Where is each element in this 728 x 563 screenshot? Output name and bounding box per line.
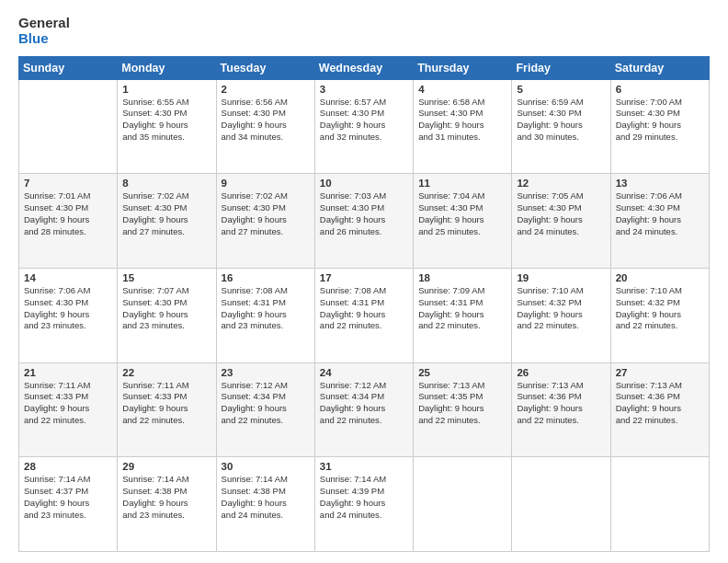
- day-number: 6: [616, 84, 704, 95]
- day-info: Sunrise: 6:55 AM Sunset: 4:30 PM Dayligh…: [122, 97, 210, 144]
- day-number: 18: [418, 272, 506, 283]
- day-info: Sunrise: 7:00 AM Sunset: 4:30 PM Dayligh…: [616, 97, 704, 144]
- calendar-cell: 28Sunrise: 7:14 AM Sunset: 4:37 PM Dayli…: [19, 457, 118, 552]
- calendar-cell: 16Sunrise: 7:08 AM Sunset: 4:31 PM Dayli…: [216, 268, 314, 362]
- page: General Blue SundayMondayTuesdayWednesda…: [0, 0, 728, 563]
- calendar-cell: 5Sunrise: 6:59 AM Sunset: 4:30 PM Daylig…: [512, 79, 610, 174]
- day-info: Sunrise: 6:56 AM Sunset: 4:30 PM Dayligh…: [222, 97, 310, 144]
- day-number: 4: [418, 84, 506, 95]
- day-info: Sunrise: 7:13 AM Sunset: 4:36 PM Dayligh…: [517, 380, 605, 427]
- day-number: 22: [122, 367, 210, 378]
- day-info: Sunrise: 7:14 AM Sunset: 4:38 PM Dayligh…: [222, 474, 310, 521]
- day-info: Sunrise: 7:10 AM Sunset: 4:32 PM Dayligh…: [616, 285, 704, 332]
- day-number: 11: [418, 178, 506, 189]
- calendar-cell: 19Sunrise: 7:10 AM Sunset: 4:32 PM Dayli…: [512, 268, 610, 362]
- weekday-header-saturday: Saturday: [610, 56, 709, 79]
- calendar-cell: 22Sunrise: 7:11 AM Sunset: 4:33 PM Dayli…: [118, 362, 216, 457]
- day-info: Sunrise: 7:06 AM Sunset: 4:30 PM Dayligh…: [24, 285, 112, 332]
- calendar-cell: 24Sunrise: 7:12 AM Sunset: 4:34 PM Dayli…: [314, 362, 413, 457]
- day-info: Sunrise: 7:14 AM Sunset: 4:39 PM Dayligh…: [320, 474, 408, 521]
- day-info: Sunrise: 7:06 AM Sunset: 4:30 PM Dayligh…: [616, 190, 704, 237]
- day-number: 17: [320, 272, 408, 283]
- day-number: 13: [616, 178, 704, 189]
- day-info: Sunrise: 7:11 AM Sunset: 4:33 PM Dayligh…: [24, 380, 112, 427]
- day-info: Sunrise: 7:14 AM Sunset: 4:38 PM Dayligh…: [122, 474, 210, 521]
- calendar-cell: 7Sunrise: 7:01 AM Sunset: 4:30 PM Daylig…: [19, 174, 118, 269]
- day-number: 19: [517, 272, 605, 283]
- day-info: Sunrise: 7:01 AM Sunset: 4:30 PM Dayligh…: [24, 190, 112, 237]
- day-number: 21: [24, 367, 112, 378]
- day-info: Sunrise: 7:09 AM Sunset: 4:31 PM Dayligh…: [418, 285, 506, 332]
- logo: General Blue: [18, 15, 70, 47]
- calendar-cell: [19, 79, 118, 174]
- day-info: Sunrise: 7:04 AM Sunset: 4:30 PM Dayligh…: [418, 190, 506, 237]
- calendar-cell: 6Sunrise: 7:00 AM Sunset: 4:30 PM Daylig…: [610, 79, 709, 174]
- day-info: Sunrise: 7:12 AM Sunset: 4:34 PM Dayligh…: [320, 380, 408, 427]
- day-number: 9: [222, 178, 310, 189]
- day-info: Sunrise: 6:58 AM Sunset: 4:30 PM Dayligh…: [418, 97, 506, 144]
- weekday-header-row: SundayMondayTuesdayWednesdayThursdayFrid…: [19, 56, 710, 79]
- day-info: Sunrise: 7:14 AM Sunset: 4:37 PM Dayligh…: [24, 474, 112, 521]
- day-info: Sunrise: 6:59 AM Sunset: 4:30 PM Dayligh…: [517, 97, 605, 144]
- calendar-cell: 9Sunrise: 7:02 AM Sunset: 4:30 PM Daylig…: [216, 174, 314, 269]
- day-number: 24: [320, 367, 408, 378]
- calendar-cell: 12Sunrise: 7:05 AM Sunset: 4:30 PM Dayli…: [512, 174, 610, 269]
- day-number: 1: [122, 84, 210, 95]
- calendar-cell: [512, 457, 610, 552]
- day-number: 7: [24, 178, 112, 189]
- calendar-cell: 10Sunrise: 7:03 AM Sunset: 4:30 PM Dayli…: [314, 174, 413, 269]
- weekday-header-thursday: Thursday: [414, 56, 512, 79]
- calendar-cell: 23Sunrise: 7:12 AM Sunset: 4:34 PM Dayli…: [216, 362, 314, 457]
- calendar-cell: 8Sunrise: 7:02 AM Sunset: 4:30 PM Daylig…: [118, 174, 216, 269]
- day-number: 30: [222, 461, 310, 472]
- day-number: 5: [517, 84, 605, 95]
- day-info: Sunrise: 7:02 AM Sunset: 4:30 PM Dayligh…: [222, 190, 310, 237]
- calendar-cell: 31Sunrise: 7:14 AM Sunset: 4:39 PM Dayli…: [314, 457, 413, 552]
- day-number: 8: [122, 178, 210, 189]
- day-number: 28: [24, 461, 112, 472]
- day-info: Sunrise: 7:02 AM Sunset: 4:30 PM Dayligh…: [122, 190, 210, 237]
- day-info: Sunrise: 7:13 AM Sunset: 4:35 PM Dayligh…: [418, 380, 506, 427]
- logo-general: General: [18, 15, 70, 30]
- calendar-cell: 15Sunrise: 7:07 AM Sunset: 4:30 PM Dayli…: [118, 268, 216, 362]
- day-number: 15: [122, 272, 210, 283]
- day-number: 2: [222, 84, 310, 95]
- calendar-week-3: 14Sunrise: 7:06 AM Sunset: 4:30 PM Dayli…: [19, 268, 710, 362]
- day-info: Sunrise: 7:08 AM Sunset: 4:31 PM Dayligh…: [320, 285, 408, 332]
- calendar-cell: 21Sunrise: 7:11 AM Sunset: 4:33 PM Dayli…: [19, 362, 118, 457]
- logo-blue: Blue: [18, 30, 70, 46]
- calendar-cell: 26Sunrise: 7:13 AM Sunset: 4:36 PM Dayli…: [512, 362, 610, 457]
- day-info: Sunrise: 7:07 AM Sunset: 4:30 PM Dayligh…: [122, 285, 210, 332]
- calendar-cell: 27Sunrise: 7:13 AM Sunset: 4:36 PM Dayli…: [610, 362, 709, 457]
- day-number: 25: [418, 367, 506, 378]
- calendar-cell: 14Sunrise: 7:06 AM Sunset: 4:30 PM Dayli…: [19, 268, 118, 362]
- calendar-cell: 25Sunrise: 7:13 AM Sunset: 4:35 PM Dayli…: [414, 362, 512, 457]
- calendar-week-1: 1Sunrise: 6:55 AM Sunset: 4:30 PM Daylig…: [19, 79, 710, 174]
- day-number: 26: [517, 367, 605, 378]
- calendar-cell: 29Sunrise: 7:14 AM Sunset: 4:38 PM Dayli…: [118, 457, 216, 552]
- calendar-cell: 2Sunrise: 6:56 AM Sunset: 4:30 PM Daylig…: [216, 79, 314, 174]
- calendar-cell: 30Sunrise: 7:14 AM Sunset: 4:38 PM Dayli…: [216, 457, 314, 552]
- day-number: 23: [222, 367, 310, 378]
- calendar-cell: 13Sunrise: 7:06 AM Sunset: 4:30 PM Dayli…: [610, 174, 709, 269]
- day-number: 3: [320, 84, 408, 95]
- day-info: Sunrise: 7:10 AM Sunset: 4:32 PM Dayligh…: [517, 285, 605, 332]
- calendar-cell: 17Sunrise: 7:08 AM Sunset: 4:31 PM Dayli…: [314, 268, 413, 362]
- weekday-header-sunday: Sunday: [19, 56, 118, 79]
- day-number: 29: [122, 461, 210, 472]
- calendar-cell: [610, 457, 709, 552]
- calendar-cell: 20Sunrise: 7:10 AM Sunset: 4:32 PM Dayli…: [610, 268, 709, 362]
- day-info: Sunrise: 7:11 AM Sunset: 4:33 PM Dayligh…: [122, 380, 210, 427]
- weekday-header-tuesday: Tuesday: [216, 56, 314, 79]
- day-number: 31: [320, 461, 408, 472]
- calendar-cell: 1Sunrise: 6:55 AM Sunset: 4:30 PM Daylig…: [118, 79, 216, 174]
- calendar-week-5: 28Sunrise: 7:14 AM Sunset: 4:37 PM Dayli…: [19, 457, 710, 552]
- day-info: Sunrise: 7:08 AM Sunset: 4:31 PM Dayligh…: [222, 285, 310, 332]
- day-info: Sunrise: 7:12 AM Sunset: 4:34 PM Dayligh…: [222, 380, 310, 427]
- calendar-week-2: 7Sunrise: 7:01 AM Sunset: 4:30 PM Daylig…: [19, 174, 710, 269]
- day-number: 20: [616, 272, 704, 283]
- calendar-cell: 4Sunrise: 6:58 AM Sunset: 4:30 PM Daylig…: [414, 79, 512, 174]
- calendar-week-4: 21Sunrise: 7:11 AM Sunset: 4:33 PM Dayli…: [19, 362, 710, 457]
- day-info: Sunrise: 7:05 AM Sunset: 4:30 PM Dayligh…: [517, 190, 605, 237]
- weekday-header-friday: Friday: [512, 56, 610, 79]
